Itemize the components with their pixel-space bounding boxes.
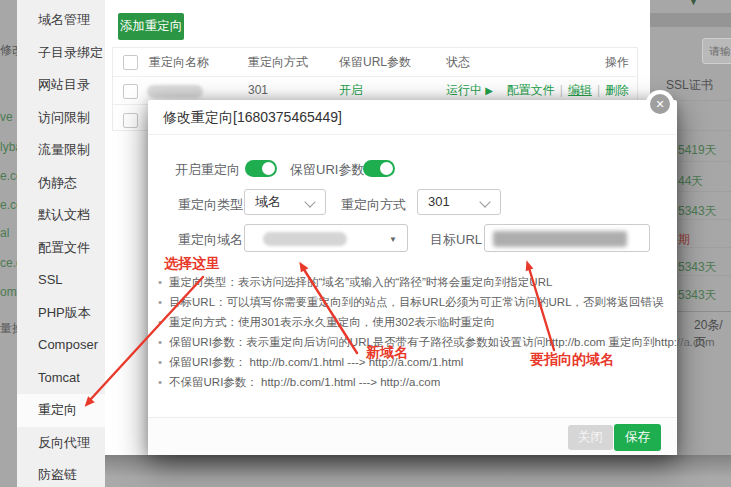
sidebar-item-7[interactable]: 配置文件 bbox=[17, 232, 105, 265]
background-search-input: 请输 bbox=[702, 38, 731, 64]
enable-redirect-toggle[interactable] bbox=[245, 160, 277, 177]
redacted-domain-value bbox=[263, 232, 347, 246]
sidebar-item-13[interactable]: 反向代理 bbox=[17, 427, 105, 460]
left-fragment-4: e.co bbox=[0, 199, 17, 212]
left-fragment-3: e.co bbox=[0, 170, 17, 183]
sidebar-item-3[interactable]: 访问限制 bbox=[17, 102, 105, 135]
action-2[interactable]: 删除 bbox=[605, 83, 629, 97]
chevron-down-icon bbox=[304, 196, 315, 207]
modal-title: 修改重定向[1680375465449] bbox=[148, 100, 677, 135]
redirect-method-label: 重定向方式 bbox=[341, 196, 406, 214]
left-fragment-2: lyba bbox=[0, 141, 17, 154]
background-bottom-strip bbox=[17, 455, 731, 487]
sidebar-item-8[interactable]: SSL bbox=[17, 264, 105, 297]
sidebar-item-14[interactable]: 防盗链 bbox=[17, 459, 105, 487]
redirect-type-label: 重定向类型 bbox=[178, 196, 243, 214]
table-header-0: 重定向名称 bbox=[149, 48, 209, 76]
caret-down-icon: ▼ bbox=[389, 235, 397, 244]
sidebar-item-0[interactable]: 域名管理 bbox=[17, 4, 105, 37]
close-button[interactable]: 关闭 bbox=[568, 425, 613, 450]
sidebar-item-12[interactable]: 重定向 bbox=[17, 394, 105, 427]
divider: | bbox=[597, 83, 600, 97]
target-url-label: 目标URL bbox=[430, 231, 482, 249]
close-icon: ✕ bbox=[650, 94, 670, 114]
left-fragment-1: ve bbox=[0, 111, 17, 124]
table-header-1: 重定向方式 bbox=[248, 48, 308, 76]
redirect-method-select[interactable]: 301 bbox=[417, 189, 501, 215]
sidebar-item-6[interactable]: 默认文档 bbox=[17, 199, 105, 232]
tip-1: 目标URL：可以填写你需要重定向到的站点，目标URL必须为可正常访问的URL，否… bbox=[158, 292, 715, 312]
tip-3: 保留URI参数：表示重定向后访问的URL是否带有子路径或参数如设置访问http:… bbox=[158, 332, 715, 352]
table-header-4: 操作 bbox=[605, 48, 629, 76]
sidebar-item-2[interactable]: 网站目录 bbox=[17, 69, 105, 102]
target-url-input[interactable] bbox=[484, 224, 650, 252]
save-button[interactable]: 保存 bbox=[614, 424, 661, 451]
chevron-down-icon bbox=[479, 196, 490, 207]
table-header-2: 保留URL参数 bbox=[339, 48, 411, 76]
toggle-knob bbox=[262, 162, 275, 175]
caret-down-icon: ▼ bbox=[689, 0, 698, 7]
redirect-domain-dropdown[interactable]: ▼ bbox=[244, 224, 408, 252]
sidebar-item-1[interactable]: 子目录绑定 bbox=[17, 37, 105, 70]
modal-close-button[interactable]: ✕ bbox=[646, 90, 674, 118]
row-checkbox[interactable] bbox=[123, 84, 138, 99]
annotation-select-here: 选择这里 bbox=[164, 255, 220, 273]
action-1[interactable]: 编辑 bbox=[568, 83, 592, 97]
action-0[interactable]: 配置文件 bbox=[507, 83, 555, 97]
row2-checkbox[interactable] bbox=[123, 113, 138, 128]
left-fragment-7: om bbox=[0, 286, 17, 299]
redacted-redirect-name bbox=[147, 85, 203, 98]
tip-2: 重定向方式：使用301表示永久重定向，使用302表示临时重定向 bbox=[158, 312, 715, 332]
play-icon: ▶ bbox=[485, 85, 493, 96]
modal-footer: 关闭 保存 bbox=[148, 417, 677, 455]
table-header-3: 状态 bbox=[446, 48, 470, 76]
select-all-checkbox[interactable] bbox=[123, 55, 138, 70]
tip-0: 重定向类型：表示访问选择的“域名”或输入的“路径”时将会重定向到指定URL bbox=[158, 272, 715, 292]
redirect-type-select[interactable]: 域名 bbox=[244, 189, 326, 215]
ssl-column-header: SSL证书 bbox=[666, 77, 713, 94]
add-redirect-button[interactable]: 添加重定向 bbox=[118, 13, 184, 40]
keep-uri-label: 保留URI参数 bbox=[290, 161, 364, 179]
sidebar-item-11[interactable]: Tomcat bbox=[17, 362, 105, 395]
left-fragment-5: al bbox=[0, 227, 17, 240]
site-settings-sidebar: 域名管理子目录绑定网站目录访问限制流量限制伪静态默认文档配置文件SSLPHP版本… bbox=[17, 0, 105, 487]
app-root: ▼ 请输 SSL证书 署余5419天余44天余5343天过期余5343天余534… bbox=[0, 0, 731, 487]
annotation-new-domain: 新域名 bbox=[366, 344, 408, 362]
divider: | bbox=[560, 83, 563, 97]
left-fragment-8: 量操 bbox=[0, 322, 17, 335]
enable-redirect-label: 开启重定向 bbox=[175, 161, 240, 179]
annotation-target-domain: 要指向的域名 bbox=[530, 351, 614, 369]
keep-uri-toggle[interactable] bbox=[363, 160, 395, 177]
left-fragment-6: ce.c bbox=[0, 257, 17, 270]
redirect-domain-label: 重定向域名 bbox=[178, 231, 243, 249]
modal-tips-list: 重定向类型：表示访问选择的“域名”或输入的“路径”时将会重定向到指定URL目标U… bbox=[158, 272, 715, 392]
sidebar-item-5[interactable]: 伪静态 bbox=[17, 167, 105, 200]
toggle-knob bbox=[380, 162, 393, 175]
sidebar-item-4[interactable]: 流量限制 bbox=[17, 134, 105, 167]
tip-4: 保留URI参数： http://b.com/1.html ---> http:/… bbox=[158, 352, 715, 372]
redacted-target-value bbox=[493, 231, 627, 247]
background-header-band bbox=[648, 13, 731, 27]
tip-5: 不保留URI参数： http://b.com/1.html ---> http:… bbox=[158, 372, 715, 392]
sidebar-item-9[interactable]: PHP版本 bbox=[17, 297, 105, 330]
sidebar-item-10[interactable]: Composer bbox=[17, 329, 105, 362]
left-fragment-0: 修改 bbox=[0, 44, 17, 57]
